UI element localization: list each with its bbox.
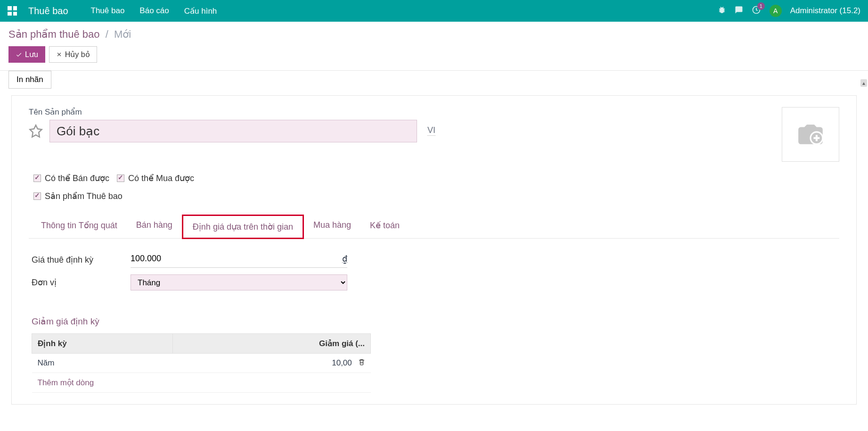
activity-icon[interactable]: 1 — [752, 5, 761, 17]
close-icon — [56, 51, 62, 58]
translate-badge[interactable]: VI — [427, 125, 435, 136]
tab-sales[interactable]: Bán hàng — [127, 215, 182, 238]
recurring-price-input[interactable] — [131, 252, 300, 265]
nav-left: Thuê bao Thuê bao Báo cáo Cấu hình — [8, 6, 217, 17]
save-button[interactable]: Lưu — [8, 46, 45, 63]
product-name-row: VI — [29, 120, 770, 142]
print-label-button[interactable]: In nhãn — [8, 71, 51, 89]
unit-select[interactable]: Tháng — [131, 274, 347, 290]
discard-button[interactable]: Hủy bỏ — [49, 46, 97, 63]
nav-right: 1 A Administrator (15.2) — [718, 5, 860, 17]
camera-plus-icon — [794, 120, 827, 149]
nav-menu: Thuê bao Báo cáo Cấu hình — [91, 6, 217, 16]
favorite-star-icon[interactable] — [29, 124, 43, 138]
save-button-label: Lưu — [25, 50, 38, 59]
tab-general-info[interactable]: Thông tin Tổng quát — [32, 215, 127, 238]
product-name-block: Tên Sản phẩm VI — [29, 107, 770, 162]
product-name-label: Tên Sản phẩm — [29, 107, 770, 117]
app-brand[interactable]: Thuê bao — [28, 6, 68, 17]
col-discount[interactable]: Giảm giá (... — [172, 334, 370, 354]
product-tabs: Thông tin Tổng quát Bán hàng Định giá dự… — [29, 215, 839, 239]
check-can-sell[interactable]: Có thể Bán được — [33, 173, 109, 183]
currency-symbol[interactable]: ₫ — [342, 254, 347, 264]
form-sheet: Tên Sản phẩm VI Có thể Bán được Có thể M… — [11, 95, 857, 405]
nav-item-config[interactable]: Cấu hình — [184, 6, 217, 16]
checkbox-can-sell[interactable] — [33, 174, 41, 182]
notification-badge: 1 — [757, 2, 765, 10]
check-icon — [16, 51, 22, 58]
col-period[interactable]: Định kỳ — [32, 334, 173, 354]
top-navbar: Thuê bao Thuê bao Báo cáo Cấu hình 1 A A… — [0, 0, 868, 22]
breadcrumb-separator: / — [106, 28, 108, 40]
check-can-sell-label: Có thể Bán được — [45, 173, 109, 183]
table-row[interactable]: Năm 10,00 — [32, 354, 371, 373]
delete-row-icon[interactable] — [358, 358, 365, 367]
check-can-purchase[interactable]: Có thể Mua được — [117, 173, 194, 183]
chat-icon[interactable] — [735, 6, 743, 17]
checkbox-can-purchase[interactable] — [117, 174, 124, 182]
control-bar: Sản phẩm thuê bao / Mới Lưu Hủy bỏ — [0, 22, 868, 63]
recurring-price-field: ₫ — [131, 252, 347, 268]
time-pricing-form: Giá thuê định kỳ ₫ Đơn vị Tháng — [29, 252, 839, 290]
check-is-subscription[interactable]: Sản phẩm Thuê bao — [33, 191, 123, 201]
user-menu[interactable]: Administrator (15.2) — [790, 6, 860, 16]
scrollbar-up-icon[interactable] — [860, 79, 867, 87]
tab-purchase[interactable]: Mua hàng — [304, 215, 360, 238]
add-line-link[interactable]: Thêm một dòng — [32, 373, 371, 393]
breadcrumb: Sản phẩm thuê bao / Mới — [8, 28, 860, 41]
form-actions: Lưu Hủy bỏ — [8, 46, 860, 63]
check-is-subscription-label: Sản phẩm Thuê bao — [45, 191, 123, 201]
product-checkboxes: Có thể Bán được Có thể Mua được Sản phẩm… — [29, 173, 839, 201]
avatar[interactable]: A — [770, 5, 782, 17]
product-name-input[interactable] — [49, 120, 417, 142]
nav-item-subscription[interactable]: Thuê bao — [91, 6, 125, 16]
sub-actions: In nhãn — [0, 71, 868, 95]
tab-accounting[interactable]: Kế toán — [360, 215, 409, 238]
cell-period[interactable]: Năm — [32, 354, 173, 373]
unit-label: Đơn vị — [32, 277, 131, 288]
cell-discount[interactable]: 10,00 — [172, 354, 370, 373]
apps-menu-icon[interactable] — [8, 6, 17, 16]
nav-item-report[interactable]: Báo cáo — [139, 6, 169, 16]
bug-icon[interactable] — [718, 6, 726, 17]
sheet-header: Tên Sản phẩm VI — [29, 107, 839, 162]
discount-table: Định kỳ Giảm giá (... Năm 10,00 Thêm một… — [32, 333, 371, 393]
recurring-price-label: Giá thuê định kỳ — [32, 255, 131, 265]
discard-button-label: Hủy bỏ — [65, 50, 90, 59]
breadcrumb-current: Mới — [114, 28, 131, 40]
checkbox-is-subscription[interactable] — [33, 192, 41, 200]
check-can-purchase-label: Có thể Mua được — [128, 173, 194, 183]
breadcrumb-root[interactable]: Sản phẩm thuê bao — [8, 28, 100, 40]
discount-section-title: Giảm giá định kỳ — [29, 316, 839, 327]
product-image-upload[interactable] — [782, 107, 839, 162]
tab-time-pricing[interactable]: Định giá dựa trên thời gian — [182, 215, 304, 239]
